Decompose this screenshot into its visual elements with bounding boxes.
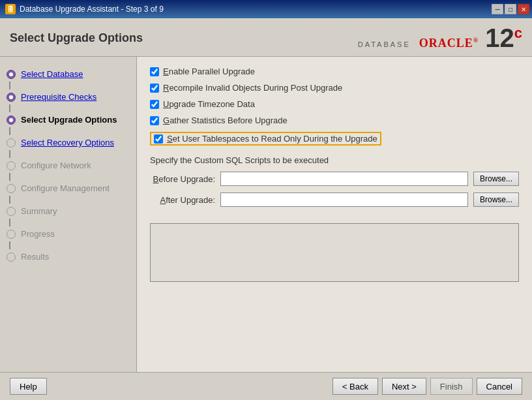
checkbox-row-enable-parallel: Enable Parallel Upgrade: [150, 67, 519, 76]
help-button[interactable]: Help: [10, 378, 47, 395]
sidebar: Select Database Prerequisite Checks Sele…: [0, 57, 137, 372]
content-area: Select Database Prerequisite Checks Sele…: [0, 57, 532, 372]
label-upgrade-timezone: Upgrade Timezone Data: [163, 99, 255, 109]
after-upgrade-row: After Upgrade: Browse...: [150, 192, 519, 207]
step-indicator-9: [7, 253, 16, 262]
info-box: [150, 223, 519, 282]
back-button[interactable]: < Back: [332, 378, 378, 395]
step-indicator-1: [7, 70, 16, 79]
window-title: Database Upgrade Assistant - Step 3 of 9: [20, 5, 164, 14]
title-bar: 🗄 Database Upgrade Assistant - Step 3 of…: [0, 0, 532, 18]
navigation-buttons: < Back Next > Finish Cancel: [332, 378, 522, 395]
finish-button[interactable]: Finish: [430, 378, 473, 395]
before-upgrade-label: Before Upgrade:: [150, 174, 215, 184]
step-indicator-4: [7, 138, 16, 147]
oracle-logo: DATABASE ORACLE® 12c: [358, 25, 522, 51]
step-indicator-8: [7, 230, 16, 239]
sidebar-item-progress: Progress: [5, 226, 131, 241]
oracle-text: ORACLE®: [419, 37, 479, 50]
sidebar-label-prerequisite-checks: Prerequisite Checks: [21, 92, 96, 102]
before-upgrade-row: Before Upgrade: Browse...: [150, 172, 519, 186]
sql-section: Specify the Custom SQL Scripts to be exe…: [150, 155, 519, 207]
before-upgrade-browse-button[interactable]: Browse...: [473, 172, 519, 186]
sidebar-item-results: Results: [5, 249, 131, 264]
sidebar-label-configure-management: Configure Management: [21, 183, 110, 193]
page-title: Select Upgrade Options: [10, 31, 143, 45]
after-upgrade-input[interactable]: [220, 192, 468, 207]
step-connector-5: [9, 173, 10, 181]
checkbox-set-user-tablespaces[interactable]: [154, 134, 163, 144]
step-connector-1: [9, 82, 10, 89]
step-indicator-2: [7, 93, 16, 102]
sidebar-label-summary: Summary: [21, 206, 57, 216]
sidebar-item-select-database[interactable]: Select Database: [5, 67, 131, 82]
close-button[interactable]: ✕: [518, 4, 529, 14]
bottom-bar: Help < Back Next > Finish Cancel: [0, 372, 532, 400]
highlighted-option-set-user-tablespaces: Set User Tablespaces to Read Only During…: [150, 132, 381, 146]
app-icon: 🗄: [5, 4, 16, 14]
sidebar-item-prerequisite-checks[interactable]: Prerequisite Checks: [5, 89, 131, 104]
step-connector-4: [9, 150, 10, 158]
step-indicator-7: [7, 207, 16, 216]
checkbox-recompile-invalid[interactable]: [150, 84, 159, 93]
label-enable-parallel: Enable Parallel Upgrade: [163, 67, 255, 76]
before-upgrade-input[interactable]: [220, 172, 468, 186]
sidebar-item-summary: Summary: [5, 204, 131, 219]
step-connector-6: [9, 196, 10, 204]
checkbox-gather-statistics[interactable]: [150, 116, 159, 125]
step-indicator-6: [7, 184, 16, 193]
step-connector-8: [9, 241, 10, 249]
step-connector-3: [9, 127, 10, 135]
window-controls: ─ □ ✕: [492, 4, 529, 14]
after-upgrade-browse-button[interactable]: Browse...: [473, 192, 519, 207]
sidebar-label-configure-network: Configure Network: [21, 161, 91, 170]
step-indicator-3: [7, 115, 16, 125]
sidebar-label-select-database: Select Database: [21, 69, 83, 79]
minimize-button[interactable]: ─: [492, 4, 503, 14]
sql-section-title: Specify the Custom SQL Scripts to be exe…: [150, 155, 519, 165]
label-recompile-invalid: Recompile Invalid Objects During Post Up…: [163, 83, 342, 93]
after-upgrade-label: After Upgrade:: [150, 195, 215, 205]
checkbox-enable-parallel[interactable]: [150, 67, 159, 76]
step-connector-2: [9, 104, 10, 112]
next-button[interactable]: Next >: [382, 378, 426, 395]
main-window: Select Upgrade Options DATABASE ORACLE® …: [0, 18, 532, 400]
checkbox-row-set-user-tablespaces: Set User Tablespaces to Read Only During…: [150, 132, 519, 146]
version-suffix: c: [514, 25, 522, 41]
svg-point-2: [9, 118, 13, 122]
oracle-version: 12c: [485, 25, 522, 51]
cancel-button[interactable]: Cancel: [477, 378, 522, 395]
sidebar-item-configure-management: Configure Management: [5, 181, 131, 196]
sidebar-item-select-upgrade-options: Select Upgrade Options: [5, 112, 131, 127]
label-gather-statistics: Gather Statistics Before Upgrade: [163, 115, 288, 125]
restore-button[interactable]: □: [505, 4, 516, 14]
sidebar-item-select-recovery-options[interactable]: Select Recovery Options: [5, 135, 131, 150]
sidebar-label-results: Results: [21, 252, 49, 262]
step-indicator-5: [7, 161, 16, 170]
step-connector-7: [9, 219, 10, 226]
oracle-subtitle: DATABASE: [358, 40, 411, 48]
checkbox-row-upgrade-timezone: Upgrade Timezone Data: [150, 99, 519, 109]
checkbox-row-gather-statistics: Gather Statistics Before Upgrade: [150, 115, 519, 125]
checkbox-upgrade-timezone[interactable]: [150, 100, 159, 109]
sidebar-item-configure-network: Configure Network: [5, 158, 131, 173]
label-set-user-tablespaces: Set User Tablespaces to Read Only During…: [167, 134, 377, 144]
sidebar-label-select-upgrade-options: Select Upgrade Options: [21, 115, 117, 125]
sidebar-label-select-recovery-options: Select Recovery Options: [21, 138, 114, 147]
svg-point-1: [9, 95, 13, 99]
svg-point-0: [9, 72, 13, 76]
main-panel: Enable Parallel Upgrade Recompile Invali…: [137, 57, 532, 372]
header: Select Upgrade Options DATABASE ORACLE® …: [0, 18, 532, 57]
sidebar-label-progress: Progress: [21, 229, 55, 239]
checkbox-row-recompile-invalid: Recompile Invalid Objects During Post Up…: [150, 83, 519, 93]
